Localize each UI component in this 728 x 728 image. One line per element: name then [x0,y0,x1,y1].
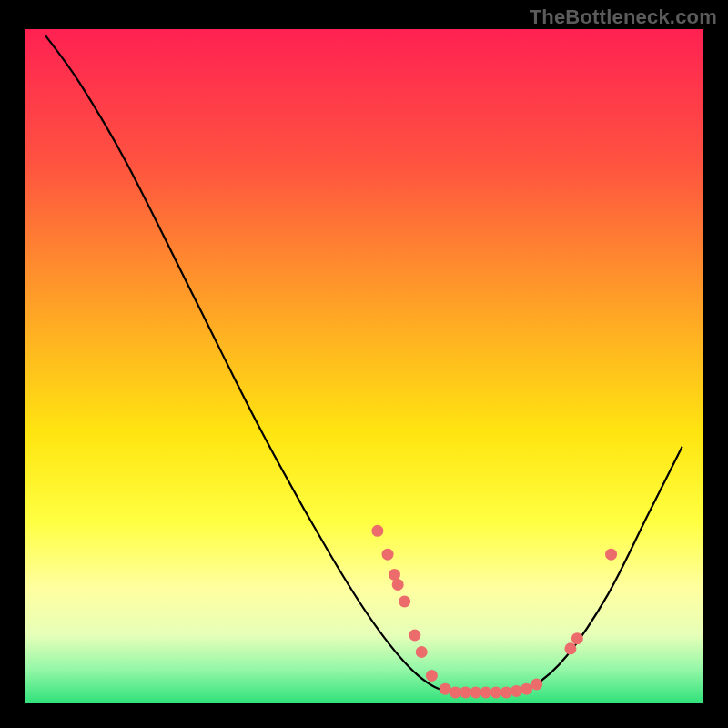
plot-background [25,29,703,703]
data-marker [416,646,428,658]
data-marker [409,630,420,642]
data-marker [531,679,542,691]
data-marker [392,579,404,591]
data-marker [460,686,471,698]
data-marker [470,686,481,698]
data-marker [399,596,410,608]
data-marker [500,686,512,698]
data-marker [426,670,438,682]
data-marker [450,686,461,698]
data-marker [480,686,491,698]
data-marker [564,642,576,654]
data-marker [371,525,383,537]
data-marker [389,569,400,581]
data-marker [571,632,583,644]
data-marker [605,549,617,561]
watermark-text: TheBottleneck.com [530,5,717,29]
data-marker [440,683,451,695]
data-marker [382,549,394,561]
data-marker [490,686,502,698]
bottleneck-chart [0,0,728,728]
chart-stage: TheBottleneck.com [0,0,728,728]
data-marker [521,683,532,695]
data-marker [511,685,522,697]
